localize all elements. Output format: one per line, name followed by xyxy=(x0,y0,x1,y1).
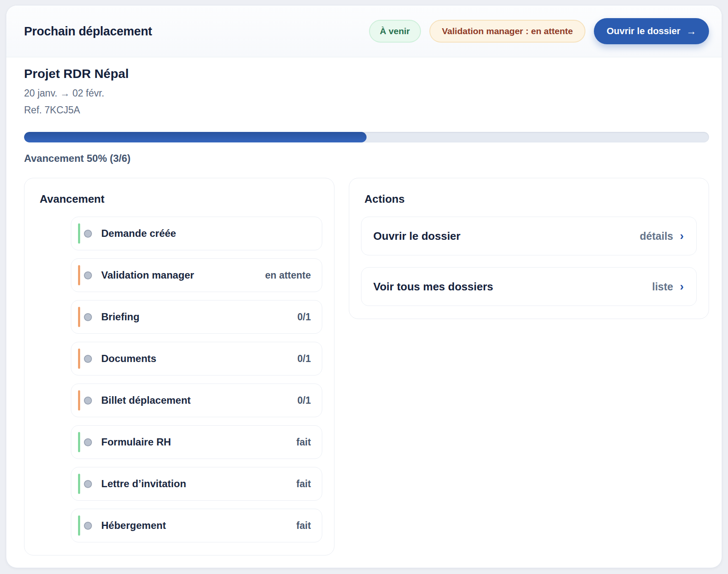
step-status-dot-icon xyxy=(84,480,92,488)
open-folder-button[interactable]: Ouvrir le dossier → xyxy=(594,18,709,44)
step-status-dot-icon xyxy=(84,355,92,363)
action-label: Ouvrir le dossier xyxy=(373,230,461,243)
progress-panel-title: Avancement xyxy=(40,193,322,206)
validation-status-badge: Validation manager : en attente xyxy=(429,20,585,43)
step-label: Formulaire RH xyxy=(101,436,171,448)
actions-panel-title: Actions xyxy=(364,193,697,206)
progress-step-list: Demande créée Validation manager en atte… xyxy=(71,217,322,542)
actions-list: Ouvrir le dossier détails › Voir tous me… xyxy=(361,217,697,306)
header-badges: À venir Validation manager : en attente … xyxy=(369,18,709,44)
arrow-right-icon: → xyxy=(686,26,696,36)
action-row-all-folders[interactable]: Voir tous mes dossiers liste › xyxy=(361,267,697,306)
step-label: Hébergement xyxy=(101,520,166,531)
action-link-label: liste xyxy=(652,281,673,293)
step-value: 0/1 xyxy=(297,395,311,406)
step-row-hebergement[interactable]: Hébergement fait xyxy=(71,509,322,542)
step-label: Demande créée xyxy=(101,228,176,239)
trip-dates: 20 janv. → 02 févr. xyxy=(24,85,709,102)
panels-row: Avancement Demande créée Validation mana… xyxy=(24,178,709,555)
action-label: Voir tous mes dossiers xyxy=(373,280,493,293)
step-label: Validation manager xyxy=(101,269,194,281)
trip-title: Projet RDR Népal xyxy=(24,67,709,81)
step-value: fait xyxy=(297,478,311,490)
step-status-bar xyxy=(78,390,80,410)
progress-fill xyxy=(24,132,367,142)
step-row-documents[interactable]: Documents 0/1 xyxy=(71,342,322,376)
step-status-bar xyxy=(78,223,80,244)
trip-reference: Ref. 7KCJ5A xyxy=(24,102,709,119)
open-folder-button-label: Ouvrir le dossier xyxy=(607,26,680,37)
step-value: 0/1 xyxy=(297,353,311,365)
card-header: Prochain déplacement À venir Validation … xyxy=(6,5,722,57)
step-row-briefing[interactable]: Briefing 0/1 xyxy=(71,300,322,334)
step-status-dot-icon xyxy=(84,271,92,279)
step-value: fait xyxy=(297,520,311,531)
step-status-dot-icon xyxy=(84,230,92,238)
step-row-billet-deplacement[interactable]: Billet déplacement 0/1 xyxy=(71,384,322,417)
step-status-dot-icon xyxy=(84,397,92,405)
action-row-open-folder[interactable]: Ouvrir le dossier détails › xyxy=(361,217,697,255)
progress-bar xyxy=(24,132,709,142)
status-badge: À venir xyxy=(369,20,421,43)
step-value: en attente xyxy=(265,270,311,281)
step-status-bar xyxy=(78,265,80,285)
action-link-liste[interactable]: liste › xyxy=(652,281,684,293)
action-link-label: détails xyxy=(640,230,673,242)
step-label: Billet déplacement xyxy=(101,394,191,406)
progress-label: Avancement 50% (3/6) xyxy=(24,153,709,164)
step-status-dot-icon xyxy=(84,313,92,321)
step-label: Documents xyxy=(101,353,156,365)
next-trip-card: Prochain déplacement À venir Validation … xyxy=(6,5,722,568)
action-link-details[interactable]: détails › xyxy=(640,230,684,242)
step-status-bar xyxy=(78,515,80,536)
step-status-bar xyxy=(78,432,80,452)
step-row-demande-creee[interactable]: Demande créée xyxy=(71,217,322,250)
step-row-validation-manager[interactable]: Validation manager en attente xyxy=(71,258,322,292)
progress-panel: Avancement Demande créée Validation mana… xyxy=(24,178,334,555)
step-status-bar xyxy=(78,349,80,369)
page-title: Prochain déplacement xyxy=(24,24,152,38)
step-row-lettre-invitation[interactable]: Lettre d’invitation fait xyxy=(71,467,322,501)
step-row-formulaire-rh[interactable]: Formulaire RH fait xyxy=(71,425,322,459)
step-status-bar xyxy=(78,474,80,494)
step-status-bar xyxy=(78,307,80,327)
step-value: fait xyxy=(297,437,311,448)
actions-panel: Actions Ouvrir le dossier détails › Voir… xyxy=(349,178,709,319)
step-status-dot-icon xyxy=(84,438,92,446)
chevron-right-icon: › xyxy=(680,231,684,242)
card-body: Projet RDR Népal 20 janv. → 02 févr. Ref… xyxy=(6,57,722,568)
step-status-dot-icon xyxy=(84,522,92,530)
step-value: 0/1 xyxy=(297,311,311,323)
step-label: Lettre d’invitation xyxy=(101,478,186,490)
chevron-right-icon: › xyxy=(680,281,684,292)
step-label: Briefing xyxy=(101,311,140,323)
